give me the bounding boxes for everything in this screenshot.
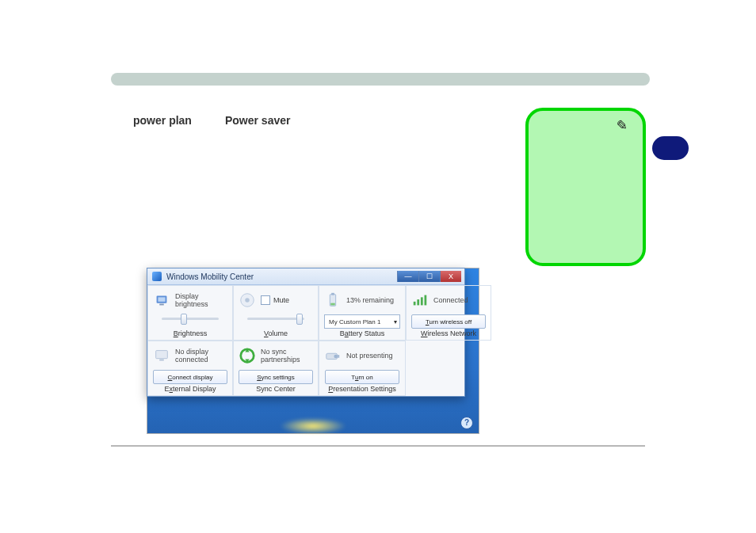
brightness-icon xyxy=(153,291,170,309)
external-display-footer: External Display xyxy=(148,385,232,393)
sync-settings-button[interactable]: Sync settings xyxy=(239,370,313,384)
svg-rect-10 xyxy=(421,297,423,305)
sync-footer: Sync Center xyxy=(234,385,318,393)
svg-rect-8 xyxy=(414,302,416,306)
wmc-title: Windows Mobility Center xyxy=(166,272,254,281)
sync-icon xyxy=(239,347,256,364)
tile-sync-center: No sync partnerships Sync settings Sync … xyxy=(233,341,319,396)
close-button[interactable]: X xyxy=(440,271,461,282)
external-display-label: No display connected xyxy=(175,348,208,364)
tile-volume: Mute Volume xyxy=(233,285,319,341)
svg-rect-11 xyxy=(425,295,427,306)
tile-external-display: No display connected Connect display Ext… xyxy=(147,341,233,396)
svg-rect-13 xyxy=(159,360,164,361)
svg-rect-17 xyxy=(338,355,340,358)
presentation-label: Not presenting xyxy=(346,352,393,360)
turn-wireless-off-button[interactable]: Turn wireless off xyxy=(411,314,486,329)
svg-rect-2 xyxy=(159,304,164,306)
power-plan-selected: My Custom Plan 1 xyxy=(329,318,380,326)
text-fragment: The xyxy=(111,114,133,127)
chevron-down-icon: ▾ xyxy=(394,318,397,326)
instruction-text: The power plan set to Power saver . xyxy=(111,112,515,128)
volume-slider[interactable] xyxy=(247,314,304,322)
volume-footer: Volume xyxy=(234,329,318,337)
tile-wireless: Connected Turn wireless off Wireless Net… xyxy=(406,285,491,341)
wifi-icon xyxy=(411,291,429,309)
monitor-icon xyxy=(153,347,170,364)
checkbox-icon xyxy=(261,295,270,305)
taskbar-glow xyxy=(265,414,361,438)
svg-rect-7 xyxy=(330,303,335,306)
maximize-button[interactable]: ☐ xyxy=(418,271,440,282)
brightness-label: Display brightness xyxy=(175,292,208,309)
window-buttons: — ☐ X xyxy=(397,271,461,282)
text-bold-power-plan: power plan xyxy=(133,114,192,127)
decorative-top-bar xyxy=(111,73,650,86)
battery-footer: Battery Status xyxy=(319,329,405,337)
wmc-window: Windows Mobility Center — ☐ X Display br… xyxy=(147,268,465,397)
help-icon[interactable]: ? xyxy=(460,417,473,429)
wireless-footer: Wireless Network xyxy=(407,329,491,337)
battery-status-text: 13% remaining xyxy=(346,296,394,304)
tile-presentation: Not presenting Turn on Presentation Sett… xyxy=(319,341,406,396)
svg-rect-1 xyxy=(158,297,165,302)
bottom-divider xyxy=(111,445,645,447)
screenshot-wmc: ? Windows Mobility Center — ☐ X xyxy=(147,268,479,434)
wmc-titlebar: Windows Mobility Center — ☐ X xyxy=(147,268,464,285)
power-plan-dropdown[interactable]: My Custom Plan 1 ▾ xyxy=(324,314,400,329)
tile-battery: 13% remaining My Custom Plan 1 ▾ Battery… xyxy=(319,285,406,341)
svg-rect-9 xyxy=(417,299,419,305)
text-fragment: set to xyxy=(195,114,225,127)
brightness-footer: Brightness xyxy=(148,329,232,337)
turn-on-presentation-button[interactable]: Turn on xyxy=(325,370,399,384)
svg-point-16 xyxy=(334,355,338,359)
svg-rect-12 xyxy=(156,351,168,359)
minimize-button[interactable]: — xyxy=(397,271,418,282)
brightness-slider[interactable] xyxy=(162,314,219,322)
mute-checkbox[interactable]: Mute xyxy=(261,295,289,305)
decorative-side-pill xyxy=(652,136,689,160)
presentation-footer: Presentation Settings xyxy=(319,385,405,393)
tile-empty xyxy=(406,341,491,396)
wireless-status-text: Connected xyxy=(433,296,468,304)
wmc-tile-grid: Display brightness Brightness xyxy=(147,285,464,396)
pencil-icon: ✎ xyxy=(613,116,628,135)
sync-label: No sync partnerships xyxy=(261,348,300,364)
note-panel: ✎ xyxy=(525,108,646,266)
svg-rect-6 xyxy=(331,293,334,295)
wmc-app-icon xyxy=(152,272,162,281)
svg-point-4 xyxy=(245,298,250,303)
battery-icon xyxy=(324,291,342,309)
volume-icon xyxy=(239,291,256,309)
connect-display-button[interactable]: Connect display xyxy=(153,370,227,384)
text-bold-power-saver: Power saver xyxy=(225,114,291,127)
projector-icon xyxy=(324,347,342,364)
tile-brightness: Display brightness Brightness xyxy=(147,285,233,341)
text-fragment: . xyxy=(293,114,296,127)
